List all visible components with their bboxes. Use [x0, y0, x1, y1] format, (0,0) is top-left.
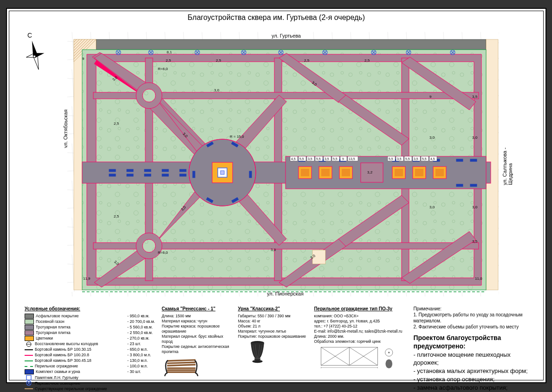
svg-rect-185 — [167, 372, 195, 373]
svg-rect-183 — [167, 367, 195, 369]
legend-item: Бортовой камень БР 100.20.8- 3 800,0 м.п… — [25, 353, 155, 358]
svg-text:3,0: 3,0 — [429, 135, 435, 140]
svg-rect-86 — [456, 184, 463, 186]
svg-point-40 — [143, 239, 156, 252]
urn-icon — [238, 339, 277, 365]
svg-text:5,5: 5,5 — [299, 157, 304, 161]
svg-rect-188 — [167, 364, 195, 367]
svg-rect-52 — [342, 169, 350, 176]
svg-rect-71 — [180, 174, 186, 176]
svg-rect-69 — [162, 174, 169, 176]
svg-rect-187 — [167, 362, 195, 365]
svg-text:3,5: 3,5 — [308, 157, 312, 161]
svg-text:11,0: 11,0 — [475, 276, 482, 281]
svg-text:2,5: 2,5 — [216, 58, 221, 63]
svg-rect-62 — [109, 169, 116, 172]
svg-text:2,5: 2,5 — [114, 214, 119, 218]
svg-text:3,5: 3,5 — [397, 157, 402, 161]
legend-item: Существующее перильное ограждение — [25, 386, 155, 392]
svg-rect-64 — [127, 169, 133, 172]
svg-text:5,5: 5,5 — [389, 157, 393, 161]
notes-block: Примечание: 1. Предусмотреть работы по у… — [413, 306, 535, 330]
legend-item: Бортовой камень БР 100.30.15- 650,0 м.п. — [25, 347, 155, 352]
bench-icon — [162, 354, 201, 380]
svg-text:11,9: 11,9 — [83, 276, 91, 281]
railing-icon — [314, 344, 407, 374]
svg-rect-58 — [435, 169, 444, 176]
legend-item: Посевной газон- 20 700,0 кв.м. — [25, 319, 155, 324]
svg-text:5,5: 5,5 — [333, 157, 338, 161]
svg-text:2,5: 2,5 — [304, 58, 310, 63]
svg-rect-56 — [415, 169, 423, 176]
svg-text:ул. Гуртьева: ул. Гуртьева — [272, 33, 301, 39]
legend-item: Асфальтовое покрытие- 950,0 кв.м. — [25, 314, 155, 319]
svg-rect-85 — [470, 159, 477, 161]
svg-text:9: 9 — [82, 57, 84, 61]
svg-text:3,0: 3,0 — [472, 205, 478, 209]
svg-rect-45 — [221, 171, 224, 174]
svg-rect-190 — [254, 359, 260, 360]
site-plan: 3,2 — [67, 32, 499, 296]
svg-text:3,2: 3,2 — [367, 170, 373, 174]
svg-text:ул. Пионерская: ул. Пионерская — [267, 291, 304, 296]
svg-text:2,5: 2,5 — [166, 58, 171, 63]
legend-item: Парковочное освещение — [25, 381, 155, 386]
svg-text:3,0: 3,0 — [271, 248, 276, 252]
legend-header: Условные обозначения: — [25, 306, 155, 312]
legend-item: Памятник Л.Н. Гуртьеву — [25, 375, 155, 380]
svg-text:8,1: 8,1 — [167, 50, 172, 54]
svg-rect-186 — [167, 360, 195, 362]
svg-text:5,5: 5,5 — [316, 157, 321, 161]
legend-block: Условные обозначения: Асфальтовое покрыт… — [25, 306, 535, 392]
north-arrow-icon: С — [26, 31, 45, 71]
svg-text:2,5: 2,5 — [114, 122, 119, 126]
svg-text:3,0: 3,0 — [214, 88, 220, 92]
svg-text:С: С — [27, 32, 32, 39]
svg-rect-48 — [301, 169, 309, 176]
svg-text:2,5: 2,5 — [364, 58, 370, 63]
svg-text:3,5: 3,5 — [414, 157, 418, 161]
svg-text:R=6,0: R=6,0 — [158, 251, 168, 255]
svg-text:3,5: 3,5 — [325, 157, 329, 161]
svg-text:4,5: 4,5 — [291, 157, 296, 161]
svg-rect-87 — [470, 184, 477, 186]
svg-point-203 — [386, 360, 393, 369]
svg-text:3,5: 3,5 — [472, 95, 478, 99]
svg-rect-68 — [162, 169, 169, 172]
legend-item: Цветники- 270,0 кв.м. — [25, 336, 155, 341]
svg-rect-84 — [456, 159, 463, 161]
svg-text:3,5: 3,5 — [472, 239, 478, 244]
svg-rect-77 — [249, 171, 252, 178]
street-east: ул. Салтыкова - Щедрина — [502, 141, 513, 185]
svg-rect-66 — [144, 169, 151, 172]
svg-rect-176 — [26, 375, 31, 380]
svg-rect-46 — [286, 156, 486, 189]
svg-marker-2 — [33, 55, 41, 70]
svg-point-202 — [389, 352, 390, 353]
svg-text:9: 9 — [429, 95, 432, 99]
svg-text:9: 9 — [342, 157, 344, 161]
svg-text:3,0: 3,0 — [429, 205, 435, 209]
legend-item: Бортовой камень БР 300.45.18- 130,0 м.п. — [25, 358, 155, 363]
svg-rect-67 — [144, 174, 151, 176]
svg-text:13,5: 13,5 — [349, 157, 355, 161]
svg-rect-76 — [193, 171, 195, 178]
svg-text:5,5: 5,5 — [422, 157, 427, 161]
urn-spec: Урна "Классика-2" Габариты: 550 / 390 / … — [238, 306, 307, 392]
svg-rect-63 — [109, 174, 116, 176]
bench-spec: Скамья "Ренессанс - 1" Длина: 1500 ммМат… — [162, 306, 231, 392]
legend-item: Комплект скамьи и урна- 30 шт. — [25, 369, 155, 374]
railing-spec: Перильное ограждение тип ПО-3у компания:… — [314, 306, 407, 392]
svg-text:3,0: 3,0 — [472, 135, 478, 140]
svg-text:R=6,0: R=6,0 — [158, 67, 168, 71]
legend-item: Перильное ограждение- 100,0 м.п. — [25, 364, 155, 369]
project-scope: Проектом благоустройства предусмотрено: … — [413, 334, 535, 392]
legend-key: Условные обозначения: Асфальтовое покрыт… — [25, 306, 155, 392]
drawing-sheet: { "title": "Благоустройства сквера им. Г… — [6, 8, 546, 383]
svg-point-191 — [253, 360, 263, 363]
svg-rect-50 — [321, 169, 330, 176]
svg-rect-54 — [395, 169, 403, 176]
svg-rect-65 — [127, 174, 133, 176]
svg-rect-70 — [180, 169, 186, 172]
svg-rect-13 — [96, 39, 486, 50]
